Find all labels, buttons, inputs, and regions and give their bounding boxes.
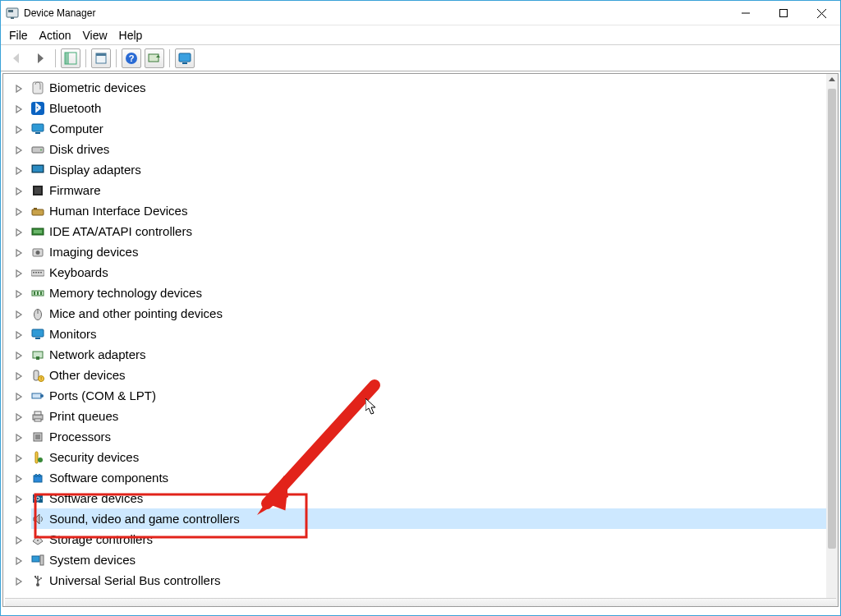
tree-item-ide[interactable]: IDE ATA/ATAPI controllers (31, 221, 826, 241)
expand-icon[interactable] (15, 226, 25, 236)
tree-item-label: Storage controllers (49, 533, 153, 545)
tree-item-other[interactable]: !Other devices (31, 365, 826, 385)
tree-item-biometric[interactable]: Biometric devices (31, 77, 826, 98)
expand-icon[interactable] (15, 493, 25, 503)
tree-item-imaging[interactable]: Imaging devices (31, 241, 826, 262)
mouse-icon (31, 307, 44, 320)
camera-icon (31, 246, 44, 259)
tree-item-label: Print queues (49, 410, 118, 422)
tree-item-firmware[interactable]: Firmware (31, 180, 826, 200)
svg-rect-25 (34, 187, 41, 194)
expand-icon[interactable] (15, 82, 25, 92)
tree-item-label: Computer (49, 122, 103, 135)
close-button[interactable] (802, 1, 840, 25)
expand-icon[interactable] (15, 144, 25, 154)
expand-icon[interactable] (15, 287, 25, 297)
expand-icon[interactable] (15, 554, 25, 564)
expand-icon[interactable] (15, 246, 25, 256)
toolbar-help-button[interactable]: ? (122, 48, 141, 68)
toolbar-separator (116, 49, 117, 67)
svg-rect-14 (179, 53, 191, 62)
tree-item-display[interactable]: Display adapters (31, 159, 826, 180)
expand-icon[interactable] (15, 411, 25, 421)
toolbar-back-button[interactable] (7, 48, 27, 68)
minimize-button[interactable] (727, 1, 765, 25)
expand-icon[interactable] (15, 267, 25, 277)
statusbar (5, 598, 836, 606)
toolbar-show-tree-button[interactable] (61, 48, 80, 68)
tree-item-processors[interactable]: Processors (31, 426, 826, 447)
tree-item-label: Processors (49, 430, 111, 443)
expand-icon[interactable] (15, 164, 25, 174)
display-icon (31, 163, 44, 177)
window-controls (727, 1, 840, 25)
maximize-button[interactable] (765, 1, 802, 25)
tree-item-label: Other devices (49, 369, 126, 381)
expand-icon[interactable] (15, 308, 25, 318)
tree-item-label: Sound, video and game controllers (49, 513, 240, 525)
expand-icon[interactable] (15, 123, 25, 133)
menu-help[interactable]: Help (119, 29, 143, 42)
tree-item-ports[interactable]: Ports (COM & LPT) (31, 385, 826, 406)
toolbar-properties-button[interactable] (91, 48, 111, 68)
scroll-thumb[interactable] (828, 89, 836, 549)
expand-icon[interactable] (15, 575, 25, 585)
expand-icon[interactable] (15, 205, 25, 215)
tree-item-label: Monitors (49, 328, 97, 340)
keyboard-icon (31, 266, 44, 279)
tree-item-keyboard[interactable]: Keyboards (31, 262, 826, 283)
svg-point-61 (39, 474, 41, 476)
expand-icon[interactable] (15, 513, 25, 523)
menu-file[interactable]: File (9, 29, 28, 42)
tree-item-disk[interactable]: Disk drives (31, 139, 826, 159)
svg-rect-39 (37, 292, 39, 295)
expand-icon[interactable] (15, 370, 25, 379)
svg-rect-0 (7, 8, 18, 17)
expand-icon[interactable] (15, 329, 25, 338)
toolbar-monitor-button[interactable] (175, 48, 195, 68)
expand-icon[interactable] (15, 472, 25, 482)
menu-action[interactable]: Action (39, 29, 71, 42)
expand-icon[interactable] (15, 452, 25, 462)
tree-item-storage[interactable]: Storage controllers (31, 529, 826, 549)
tree-item-mice[interactable]: Mice and other pointing devices (31, 303, 826, 324)
tree-item-softcomp[interactable]: Software components (31, 467, 826, 488)
tree-item-softdev[interactable]: Software devices (31, 488, 826, 508)
svg-rect-36 (40, 272, 42, 274)
tree-item-sound[interactable]: Sound, video and game controllers (31, 508, 826, 529)
svg-rect-65 (32, 556, 39, 562)
toolbar: ? (1, 45, 840, 71)
scroll-up-button[interactable] (826, 74, 838, 85)
tree-item-system[interactable]: System devices (31, 549, 826, 570)
expand-icon[interactable] (15, 185, 25, 195)
port-icon (31, 389, 44, 402)
tree-item-network[interactable]: Network adapters (31, 344, 826, 365)
svg-rect-13 (149, 54, 159, 62)
expand-icon[interactable] (15, 390, 25, 400)
vertical-scrollbar[interactable] (826, 74, 838, 606)
svg-rect-46 (36, 356, 39, 360)
tree-item-monitors[interactable]: Monitors (31, 324, 826, 344)
expand-icon[interactable] (15, 103, 25, 113)
toolbar-forward-button[interactable] (30, 48, 50, 68)
menu-view[interactable]: View (82, 29, 107, 42)
tree-item-computer[interactable]: Computer (31, 118, 826, 139)
tree-item-label: Human Interface Devices (49, 205, 187, 217)
expand-icon[interactable] (15, 431, 25, 441)
device-tree[interactable]: Biometric devicesBluetoothComputerDisk d… (3, 74, 826, 606)
svg-rect-2 (11, 17, 14, 19)
mem-icon (31, 287, 44, 300)
svg-rect-1 (8, 10, 13, 12)
tree-item-bluetooth[interactable]: Bluetooth (31, 98, 826, 118)
toolbar-scan-button[interactable] (145, 48, 164, 68)
tree-item-hid[interactable]: Human Interface Devices (31, 200, 826, 221)
expand-icon[interactable] (15, 534, 25, 544)
svg-rect-16 (33, 82, 43, 94)
tree-item-printq[interactable]: Print queues (31, 406, 826, 426)
tree-item-memtech[interactable]: Memory technology devices (31, 283, 826, 303)
expand-icon[interactable] (15, 349, 25, 359)
tree-item-security[interactable]: Security devices (31, 447, 826, 467)
tree-item-label: Security devices (49, 451, 139, 463)
lego-icon (31, 471, 44, 485)
tree-item-usb[interactable]: Universal Serial Bus controllers (31, 570, 826, 591)
